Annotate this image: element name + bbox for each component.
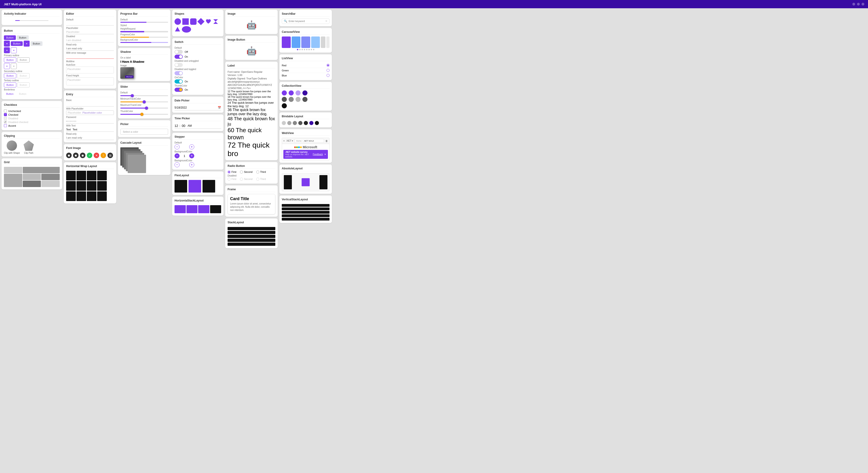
btn-icon-label-2[interactable]: Button: [31, 41, 42, 46]
webview-dot-net-label[interactable]: .NET ▾: [286, 139, 293, 142]
date-picker-input[interactable]: 5/18/2022 📅: [175, 105, 221, 110]
editor-fixed-placeholder: Placeholder: [67, 78, 81, 81]
hstack-item-3: [198, 205, 210, 213]
btn-secondary-1[interactable]: Button: [17, 35, 29, 40]
btn-icon-label-1[interactable]: Button: [11, 41, 23, 46]
btn-icon-outline-3[interactable]: ✦: [11, 63, 17, 69]
slider-default-track: [120, 95, 168, 96]
vstack-bar-1: [282, 204, 330, 207]
list-item-blue[interactable]: Blue: [282, 73, 330, 78]
btn-outline-1[interactable]: Button: [4, 57, 16, 62]
btn-outline-3[interactable]: Button: [4, 73, 16, 78]
webview-close-survey-icon[interactable]: ✕: [324, 153, 326, 156]
list-radio-blue[interactable]: [327, 74, 330, 77]
close-btn[interactable]: [862, 3, 864, 5]
grid-title: Grid: [4, 161, 60, 165]
switch-thumb-color-label: ThumbColor: [175, 85, 221, 87]
btn-icon-outline-1[interactable]: ✦: [11, 47, 17, 53]
editor-autosize-label: AutoSize: [66, 64, 114, 66]
editor-autosize-field[interactable]: Placeholder: [66, 67, 114, 73]
btn-icon-1[interactable]: ✦: [4, 41, 10, 46]
editor-error-field[interactable]: [66, 55, 114, 59]
stepper-plus-2[interactable]: +: [189, 153, 194, 158]
switch-on-color[interactable]: [175, 79, 183, 83]
carousel-dot-2[interactable]: [299, 49, 301, 50]
radio-second[interactable]: [240, 171, 243, 173]
picker-select-label: Select a color: [123, 130, 138, 133]
list-radio-green[interactable]: [327, 69, 330, 72]
hwrap-item-9: [66, 192, 76, 201]
radio-third-row: Third: [256, 171, 266, 173]
stepper-minus-1[interactable]: −: [175, 144, 180, 149]
maximize-btn[interactable]: [857, 3, 860, 5]
carousel-dot-7[interactable]: [311, 49, 312, 50]
webview-url-bar[interactable]: Home › .NET MAUI: [294, 139, 324, 143]
btn-icon-outline-2[interactable]: ✦: [4, 63, 10, 69]
carousel-dot-6[interactable]: [308, 49, 310, 50]
list-item-green[interactable]: Green: [282, 68, 330, 73]
search-input[interactable]: [289, 20, 324, 23]
btn-outline-6[interactable]: Button: [17, 82, 30, 88]
slider-default-label: Default: [120, 91, 168, 94]
stack-layout-demo: [227, 227, 275, 246]
stepper-val-2: 1: [181, 154, 188, 158]
webview-feedback-link[interactable]: Feedback: [313, 153, 323, 156]
editor-default-field[interactable]: [66, 21, 114, 26]
cb-checked[interactable]: ✓: [4, 113, 7, 116]
webview-toolbar: ≡ .NET ▾ Home › .NET MAUI 🗑: [282, 138, 329, 144]
btn-icon-2[interactable]: ✦: [24, 41, 30, 46]
btn-outline-2[interactable]: Button: [17, 57, 30, 62]
checkbox-row-disabled: Disabled: [4, 117, 60, 120]
editor-readonly-value: I am read only: [66, 47, 82, 50]
font-12-line: 12 The quick brown fox jumps over the la…: [227, 90, 275, 96]
app-title: .NET Multi-platform App UI: [4, 2, 41, 6]
entry-text-field[interactable]: Text Text: [66, 127, 114, 132]
stepper-minus-2[interactable]: −: [175, 153, 180, 158]
switch-off[interactable]: [175, 50, 183, 54]
stepper-card: Stepper Default − + BackgroundColor − 1 …: [172, 133, 224, 170]
shadow-image-label: Image: [120, 64, 168, 67]
font-72-line: 72 The quick bro: [227, 141, 275, 158]
entry-password-field[interactable]: ••••••••: [66, 119, 114, 124]
list-radio-red[interactable]: [327, 64, 330, 67]
carousel-dot-8[interactable]: [313, 49, 314, 50]
carousel-dot-1[interactable]: [297, 49, 298, 50]
image-button-demo[interactable]: 🤖: [227, 44, 275, 58]
btn-borderless-1[interactable]: Button: [4, 92, 16, 96]
stepper-plus-3[interactable]: +: [189, 162, 194, 167]
radio-third[interactable]: [256, 171, 259, 173]
radio-first[interactable]: [227, 171, 230, 173]
entry-placeholder-field[interactable]: Placeholder Placeholder color: [66, 110, 114, 115]
btn-primary-1[interactable]: Button: [4, 35, 16, 40]
slider-thumb-control[interactable]: [140, 113, 144, 116]
switch-on[interactable]: [175, 55, 183, 59]
list-item-red[interactable]: Red: [282, 63, 330, 68]
cb-unchecked[interactable]: [4, 109, 7, 112]
stepper-minus-3[interactable]: −: [175, 162, 180, 167]
btn-outline-4[interactable]: Button: [17, 73, 30, 78]
slider-min-thumb[interactable]: [143, 100, 146, 103]
carousel-dot-4[interactable]: [304, 49, 305, 50]
slider-max-thumb[interactable]: [145, 106, 148, 110]
pb-progress-color-label: ProgressColor: [120, 33, 168, 36]
time-picker-input[interactable]: 12 : 00 AM: [175, 123, 221, 129]
radio-disabled-third-row: Third: [256, 178, 266, 181]
carousel-dot-3[interactable]: [302, 49, 303, 50]
picker-select[interactable]: Select a color: [120, 129, 168, 135]
stepper-plus-1[interactable]: +: [189, 144, 194, 149]
list-view-items: Red Green Blue: [282, 63, 330, 78]
minimize-btn[interactable]: [852, 3, 855, 5]
btn-borderless-2[interactable]: Button: [17, 92, 29, 96]
editor-placeholder-field[interactable]: Placeholder: [66, 30, 114, 34]
slider-default-thumb[interactable]: [131, 94, 134, 97]
webview-trash-icon[interactable]: 🗑: [326, 139, 328, 142]
carousel-dot-5[interactable]: [306, 49, 308, 50]
btn-icon-3[interactable]: ✦: [4, 47, 10, 53]
btn-outline-5[interactable]: Button: [4, 82, 16, 88]
cb-accent[interactable]: [4, 124, 7, 127]
font-display: Font name: OpenSans Regular Version: 1.0…: [227, 70, 275, 158]
entry-basic-field[interactable]: [66, 102, 114, 106]
editor-fixed-field[interactable]: Placeholder: [66, 77, 114, 86]
switch-thumb-color[interactable]: [175, 88, 183, 92]
pb-color-track: [120, 37, 168, 38]
